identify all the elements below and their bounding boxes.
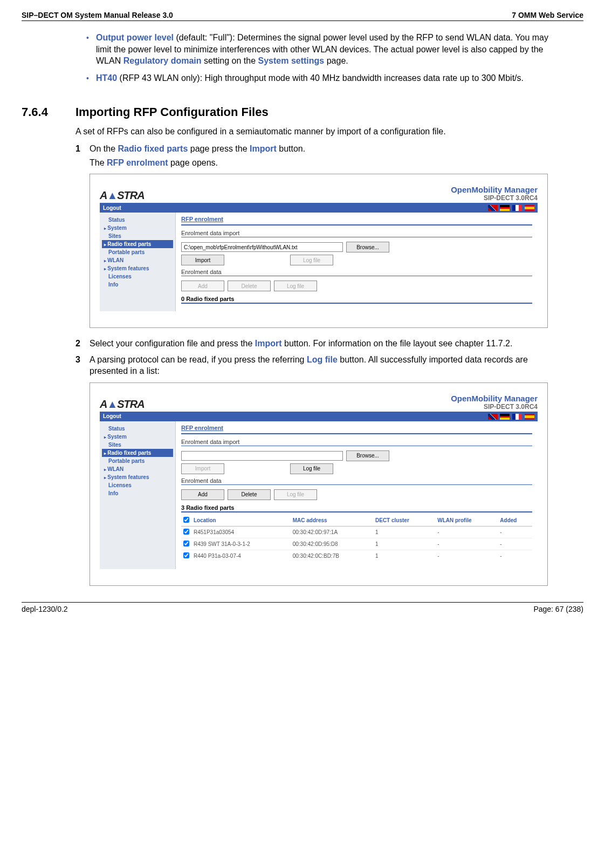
step-number: 1 [75, 143, 80, 155]
flag-es-icon[interactable] [525, 414, 534, 420]
language-flags [487, 204, 534, 211]
logo-triangle-icon: ▲ [107, 398, 117, 410]
section-heading: 7.6.4 Importing RFP Configuration Files [22, 105, 551, 119]
logfile2-button[interactable]: Log file [274, 281, 317, 291]
header-left: SIP–DECT OM System Manual Release 3.0 [22, 11, 173, 19]
intro-text: A set of RFPs can also be configured in … [75, 126, 551, 138]
th-location[interactable]: Location [191, 515, 291, 527]
nav-licenses[interactable]: Licenses [102, 481, 173, 489]
add-button[interactable]: Add [181, 489, 224, 500]
browse-button[interactable]: Browse... [346, 242, 389, 252]
logout-link[interactable]: Logout [103, 205, 121, 211]
row-checkbox[interactable] [183, 529, 189, 535]
nav-licenses[interactable]: Licenses [102, 272, 173, 281]
table-row: R439 SWT 31A-0-3-1-2 00:30:42:0D:95:D8 1… [181, 538, 532, 550]
row-checkbox[interactable] [183, 541, 189, 546]
nav-system[interactable]: System [102, 433, 173, 441]
bullet-list: Output power level (default: "Full"): De… [86, 32, 551, 84]
nav-info[interactable]: Info [102, 281, 173, 289]
logfile-button[interactable]: Log file [290, 463, 333, 474]
flag-fr-icon[interactable] [512, 414, 522, 420]
delete-button[interactable]: Delete [228, 281, 271, 291]
flag-uk-icon[interactable] [488, 414, 498, 420]
step-number: 2 [75, 338, 80, 350]
subsection-import: Enrolment data import [181, 439, 532, 446]
step-1: 1 On the Radio fixed parts page press th… [75, 143, 551, 168]
flag-de-icon[interactable] [500, 205, 510, 211]
logfile2-button[interactable]: Log file [274, 489, 317, 500]
logfile-button[interactable]: Log file [290, 255, 333, 265]
flag-fr-icon[interactable] [512, 205, 522, 211]
subsection-data: Enrolment data [181, 269, 532, 276]
flag-uk-icon[interactable] [488, 205, 498, 211]
import-button[interactable]: Import [181, 255, 224, 265]
top-bar: Logout [100, 412, 538, 421]
screenshot-2: A▲STRA OpenMobility Manager SIP-DECT 3.0… [90, 382, 548, 586]
nav-portable-parts[interactable]: Portable parts [102, 457, 173, 465]
nav-system[interactable]: System [102, 224, 173, 232]
flag-de-icon[interactable] [500, 414, 510, 420]
file-path-input[interactable] [181, 451, 343, 461]
top-bar: Logout [100, 203, 538, 213]
page-title: RFP enrolment [181, 216, 532, 222]
th-wlan[interactable]: WLAN profile [435, 515, 498, 527]
nav-info[interactable]: Info [102, 489, 173, 497]
steps-list-2: 2 Select your configuration file and pre… [75, 338, 551, 377]
logout-link[interactable]: Logout [103, 413, 121, 419]
bullet-ht40: HT40 (RFP 43 WLAN only): High throughput… [86, 72, 551, 84]
flag-es-icon[interactable] [525, 205, 534, 211]
nav-system-features[interactable]: System features [102, 473, 173, 481]
nav-system-features[interactable]: System features [102, 264, 173, 272]
logo: A▲STRA [100, 398, 145, 411]
steps-list: 1 On the Radio fixed parts page press th… [75, 143, 551, 168]
logo: A▲STRA [100, 189, 145, 202]
add-button[interactable]: Add [181, 281, 224, 291]
app-subtitle: SIP-DECT 3.0RC4 [451, 403, 538, 411]
th-mac[interactable]: MAC address [291, 515, 373, 527]
step-3: 3 A parsing protocol can be read, if you… [75, 354, 551, 377]
term: HT40 [96, 73, 117, 83]
footer-rule [22, 602, 583, 603]
app-title: OpenMobility Manager [451, 394, 538, 403]
nav-radio-fixed-parts[interactable]: Radio fixed parts [102, 240, 173, 248]
nav-wlan[interactable]: WLAN [102, 465, 173, 473]
section-title: Importing RFP Configuration Files [75, 105, 269, 119]
page-header: SIP–DECT OM System Manual Release 3.0 7 … [22, 11, 583, 21]
select-all-checkbox[interactable] [183, 517, 189, 523]
subsection-import: Enrolment data import [181, 230, 532, 237]
nav-sites[interactable]: Sites [102, 232, 173, 240]
table-row: R451P31a03054 00:30:42:0D:97:1A 1 - - [181, 526, 532, 538]
footer-right: Page: 67 (238) [533, 605, 583, 613]
rfp-count: 3 Radio fixed parts [181, 504, 532, 512]
header-right: 7 OMM Web Service [512, 11, 583, 19]
bullet-output-power: Output power level (default: "Full"): De… [86, 32, 551, 67]
th-dect[interactable]: DECT cluster [373, 515, 435, 527]
nav-sites[interactable]: Sites [102, 441, 173, 449]
section-number: 7.6.4 [22, 105, 75, 119]
step-2: 2 Select your configuration file and pre… [75, 338, 551, 350]
delete-button[interactable]: Delete [228, 489, 271, 500]
logo-triangle-icon: ▲ [107, 189, 117, 201]
table-row: R440 P31a-03-07-4 00:30:42:0C:BD:7B 1 - … [181, 550, 532, 562]
th-added[interactable]: Added [498, 515, 532, 527]
browse-button[interactable]: Browse... [346, 450, 389, 461]
file-path-input[interactable] [181, 242, 343, 252]
row-checkbox[interactable] [183, 552, 189, 558]
page-title: RFP enrolment [181, 425, 532, 431]
rfp-table: Location MAC address DECT cluster WLAN p… [181, 515, 532, 562]
language-flags [487, 413, 534, 420]
nav-status[interactable]: Status [102, 216, 173, 224]
app-subtitle: SIP-DECT 3.0RC4 [451, 194, 538, 202]
step-number: 3 [75, 354, 80, 366]
term: Output power level [96, 33, 174, 42]
sidebar-nav: Status System Sites Radio fixed parts Po… [100, 421, 175, 569]
nav-status[interactable]: Status [102, 425, 173, 433]
sidebar-nav: Status System Sites Radio fixed parts Po… [100, 213, 175, 311]
app-title: OpenMobility Manager [451, 185, 538, 194]
nav-radio-fixed-parts[interactable]: Radio fixed parts [102, 449, 173, 457]
subsection-data: Enrolment data [181, 477, 532, 485]
page-footer: depl-1230/0.2 Page: 67 (238) [22, 605, 583, 613]
nav-wlan[interactable]: WLAN [102, 256, 173, 264]
nav-portable-parts[interactable]: Portable parts [102, 248, 173, 256]
import-button[interactable]: Import [181, 463, 224, 474]
